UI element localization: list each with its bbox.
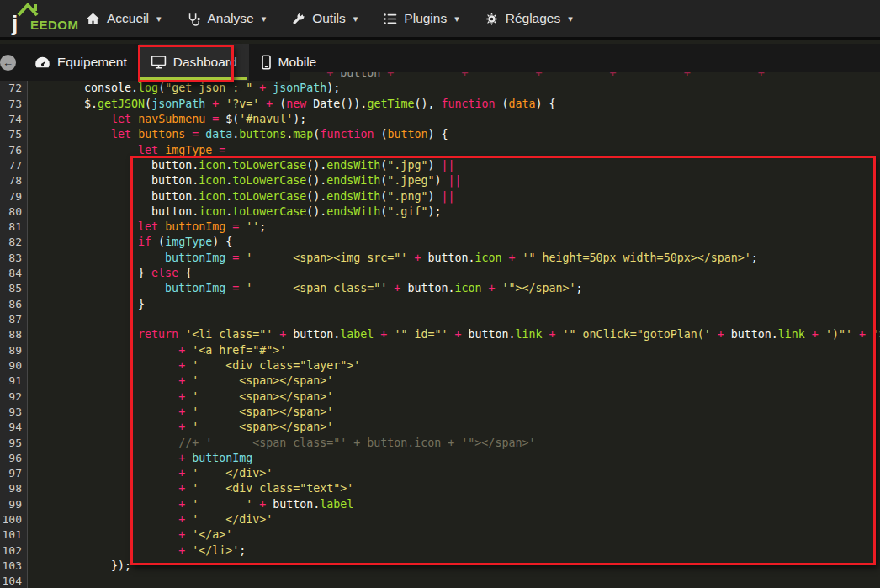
code-line-75[interactable]: let buttons = data.buttons.map(function …: [30, 127, 880, 142]
chevron-down-icon: ▾: [156, 13, 162, 24]
code-line-74[interactable]: let navSubmenu = $('#navul');: [30, 112, 880, 127]
menu-label: Réglages: [506, 11, 561, 26]
line-number: 93: [0, 405, 28, 420]
menu-item-outils[interactable]: Outils ▾: [291, 11, 358, 26]
gauge-icon: [34, 56, 50, 69]
line-number: 86: [0, 297, 28, 312]
jeedom-app: 7172737475767778798081828384858687888990…: [0, 0, 880, 588]
code-line-88[interactable]: return '<li class="' + button.label + '"…: [30, 327, 880, 342]
code-line-93[interactable]: + ' <span></span>': [30, 405, 880, 420]
line-number: 104: [0, 574, 28, 588]
line-number: 99: [0, 497, 28, 512]
back-button[interactable]: ←: [0, 55, 16, 71]
menu-label: Outils: [312, 11, 346, 26]
code-line-103[interactable]: });: [30, 559, 880, 574]
code-line-82[interactable]: if (imgType) {: [30, 235, 880, 250]
code-line-98[interactable]: + ' <div class="text">': [30, 481, 880, 496]
code-editor[interactable]: 7172737475767778798081828384858687888990…: [0, 44, 880, 588]
line-number-column: 7172737475767778798081828384858687888990…: [0, 66, 28, 588]
tab-dashboard[interactable]: Dashboard: [139, 44, 249, 81]
tab-equipement[interactable]: Equipement: [23, 44, 139, 81]
chevron-down-icon: ▾: [454, 13, 459, 24]
chevron-down-icon: ▾: [568, 13, 573, 24]
menu-label: Analyse: [208, 11, 254, 26]
line-number: 84: [0, 266, 28, 281]
code-line-104[interactable]: [30, 574, 880, 588]
tab-label: Mobile: [278, 55, 317, 70]
code-line-77[interactable]: button.icon.toLowerCase().endsWith(".jpg…: [30, 158, 880, 173]
menu-item-analyse[interactable]: Analyse ▾: [187, 11, 267, 26]
chevron-down-icon: ▾: [262, 13, 267, 24]
menu-item-plugins[interactable]: Plugins ▾: [383, 11, 459, 26]
line-number: 81: [0, 220, 28, 235]
menu-item-reglages[interactable]: Réglages ▾: [485, 11, 573, 26]
active-tab-underline: [140, 77, 247, 80]
list-icon: [383, 12, 397, 26]
line-number: 78: [0, 173, 28, 188]
code-line-84[interactable]: } else {: [30, 266, 880, 281]
code-line-87[interactable]: [30, 312, 880, 327]
toolbar-tabs: ← Equipement Dashboard: [0, 44, 290, 81]
smartphone-icon: [261, 55, 272, 70]
code-line-94[interactable]: + ' <span></span>': [30, 420, 880, 435]
line-number: 101: [0, 527, 28, 543]
line-number: 89: [0, 343, 28, 358]
code-line-78[interactable]: button.icon.toLowerCase().endsWith(".jpe…: [30, 173, 880, 188]
code-line-85[interactable]: buttonImg = ' <span class="' + button.ic…: [30, 281, 880, 296]
line-number: 92: [0, 389, 28, 405]
code-line-100[interactable]: + ' </div>': [30, 512, 880, 527]
code-line-83[interactable]: buttonImg = ' <span><img src="' + button…: [30, 251, 880, 266]
code-line-92[interactable]: + ' <span></span>': [30, 389, 880, 405]
code-line-81[interactable]: let buttonImg = '';: [30, 220, 880, 235]
main-menu: Accueil ▾ Analyse ▾ Outils ▾: [86, 11, 573, 26]
jeedom-logo[interactable]: j EEDOM: [8, 0, 74, 38]
code-line-101[interactable]: + '</a>': [30, 527, 880, 543]
line-number: 103: [0, 559, 28, 574]
code-line-72[interactable]: console.log("get json : " + jsonPath);: [30, 81, 880, 96]
line-number: 91: [0, 373, 28, 389]
code-line-73[interactable]: $.getJSON(jsonPath + '?v=' + (new Date()…: [30, 97, 880, 112]
code-line-99[interactable]: + ' ' + button.label: [30, 497, 880, 512]
code-line-86[interactable]: }: [30, 297, 880, 312]
line-number: 98: [0, 481, 28, 496]
code-line-80[interactable]: button.icon.toLowerCase().endsWith(".gif…: [30, 204, 880, 220]
jeedom-logo-j: j: [12, 11, 18, 37]
line-number: 72: [0, 81, 28, 96]
line-number: 75: [0, 127, 28, 142]
code-line-79[interactable]: button.icon.toLowerCase().endsWith(".png…: [30, 189, 880, 204]
line-number: 85: [0, 281, 28, 296]
code-line-90[interactable]: + ' <div class="layer">': [30, 358, 880, 373]
code-line-91[interactable]: + ' <span></span>': [30, 373, 880, 389]
code-line-97[interactable]: + ' </div>': [30, 466, 880, 481]
code-line-96[interactable]: + buttonImg: [30, 451, 880, 466]
line-number: 83: [0, 251, 28, 266]
line-number: 76: [0, 143, 28, 158]
line-number: 94: [0, 420, 28, 435]
line-number: 102: [0, 543, 28, 559]
menu-item-accueil[interactable]: Accueil ▾: [86, 11, 162, 26]
menu-label: Plugins: [404, 11, 447, 26]
top-navbar: j EEDOM Accueil ▾ Analyse ▾: [0, 0, 880, 40]
line-number: 73: [0, 97, 28, 112]
tab-label: Dashboard: [173, 55, 237, 70]
stethoscope-icon: [187, 12, 201, 26]
home-icon: [86, 12, 100, 26]
code-line-76[interactable]: let imgType =: [30, 143, 880, 158]
tab-label: Equipement: [57, 55, 127, 70]
tab-mobile[interactable]: Mobile: [249, 44, 329, 81]
line-number: 88: [0, 327, 28, 342]
line-number: 87: [0, 312, 28, 327]
line-number: 79: [0, 189, 28, 204]
code-line-95[interactable]: //+ ' <span class="' + button.icon + '">…: [30, 436, 880, 451]
wrench-icon: [291, 12, 305, 26]
chevron-down-icon: ▾: [353, 13, 358, 24]
line-number: 90: [0, 358, 28, 373]
gear-icon: [485, 12, 499, 26]
code-lines[interactable]: ' ' + ' ' + button + ' ' + ' ' + ' ' + '…: [30, 66, 880, 588]
monitor-icon: [151, 55, 167, 70]
code-line-102[interactable]: + '</li>';: [30, 543, 880, 559]
line-number: 80: [0, 204, 28, 220]
line-number: 100: [0, 512, 28, 527]
back-arrow-icon: ←: [0, 55, 16, 71]
code-line-89[interactable]: + '<a href="#">': [30, 343, 880, 358]
